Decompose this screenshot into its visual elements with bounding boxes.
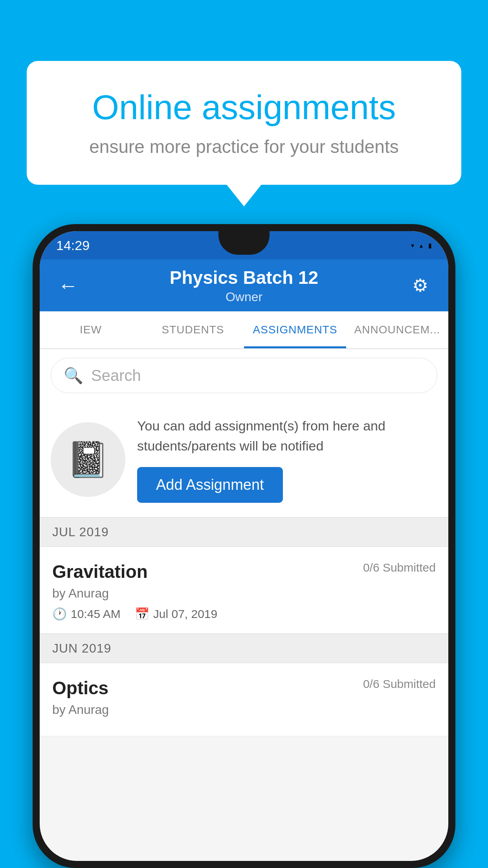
- status-time: 14:29: [56, 238, 90, 253]
- app-bar-title-section: Physics Batch 12 Owner: [82, 267, 406, 304]
- assignment-item-optics[interactable]: Optics 0/6 Submitted by Anurag: [40, 663, 448, 736]
- speech-bubble-title: Online assignments: [58, 88, 430, 127]
- app-bar-title: Physics Batch 12: [82, 267, 406, 288]
- speech-bubble-subtitle: ensure more practice for your students: [58, 136, 430, 157]
- content-area: 🔍 Search 📓 You can add assignment(s) fro…: [40, 349, 448, 736]
- tab-announcements[interactable]: ANNOUNCEM...: [346, 311, 448, 348]
- speech-bubble: Online assignments ensure more practice …: [27, 61, 461, 185]
- assignment-item-gravitation[interactable]: Gravitation 0/6 Submitted by Anurag 🕐 10…: [40, 547, 448, 634]
- assignment-row-top: Gravitation 0/6 Submitted: [52, 561, 436, 582]
- assignment-author-optics: by Anurag: [52, 702, 436, 717]
- tabs-bar: IEW STUDENTS ASSIGNMENTS ANNOUNCEM...: [40, 311, 448, 349]
- meta-date: 📅 Jul 07, 2019: [135, 607, 217, 621]
- add-assignment-card: 📓 You can add assignment(s) from here an…: [40, 402, 448, 517]
- assignment-time: 10:45 AM: [71, 607, 121, 621]
- calendar-icon: 📅: [135, 607, 149, 621]
- section-header-jun: JUN 2019: [40, 634, 448, 663]
- notch: [218, 231, 270, 255]
- assignment-name-optics: Optics: [52, 677, 108, 699]
- speech-bubble-arrow: [227, 185, 261, 206]
- assignment-date: Jul 07, 2019: [153, 607, 217, 621]
- section-header-jul: JUL 2019: [40, 517, 448, 547]
- submitted-badge: 0/6 Submitted: [363, 561, 436, 574]
- search-icon: 🔍: [64, 366, 83, 385]
- settings-button[interactable]: ⚙: [406, 275, 434, 296]
- add-assignment-text-section: You can add assignment(s) from here and …: [137, 416, 437, 503]
- clock-icon: 🕐: [52, 607, 67, 621]
- assignment-icon-circle: 📓: [51, 422, 125, 497]
- tab-students[interactable]: STUDENTS: [142, 311, 244, 348]
- battery-icon: ▮: [428, 242, 432, 249]
- assignment-meta: 🕐 10:45 AM 📅 Jul 07, 2019: [52, 607, 436, 621]
- meta-time: 🕐 10:45 AM: [52, 607, 121, 621]
- assignment-author: by Anurag: [52, 586, 436, 601]
- assignment-name: Gravitation: [52, 561, 148, 582]
- status-icons: ▾ ▴ ▮: [411, 242, 432, 249]
- back-button[interactable]: ←: [54, 274, 82, 297]
- app-bar-subtitle: Owner: [82, 290, 406, 304]
- tab-iew[interactable]: IEW: [40, 311, 142, 348]
- submitted-badge-optics: 0/6 Submitted: [363, 677, 436, 691]
- status-bar: 14:29 ▾ ▴ ▮: [40, 231, 448, 259]
- wifi-icon: ▾: [411, 242, 414, 249]
- add-assignment-description: You can add assignment(s) from here and …: [137, 416, 437, 456]
- add-assignment-button[interactable]: Add Assignment: [137, 467, 283, 503]
- phone-inner: 14:29 ▾ ▴ ▮ ← Physics Batch 12 Owner ⚙ I…: [40, 231, 448, 861]
- search-container: 🔍 Search: [40, 349, 448, 402]
- app-bar: ← Physics Batch 12 Owner ⚙: [40, 259, 448, 311]
- notebook-icon: 📓: [66, 439, 110, 480]
- search-placeholder: Search: [91, 367, 141, 384]
- assignment-row-top-optics: Optics 0/6 Submitted: [52, 677, 436, 699]
- tab-assignments[interactable]: ASSIGNMENTS: [244, 311, 346, 348]
- signal-icon: ▴: [420, 242, 423, 249]
- phone-frame: 14:29 ▾ ▴ ▮ ← Physics Batch 12 Owner ⚙ I…: [33, 224, 455, 868]
- search-bar[interactable]: 🔍 Search: [51, 358, 437, 393]
- speech-bubble-wrapper: Online assignments ensure more practice …: [27, 61, 461, 206]
